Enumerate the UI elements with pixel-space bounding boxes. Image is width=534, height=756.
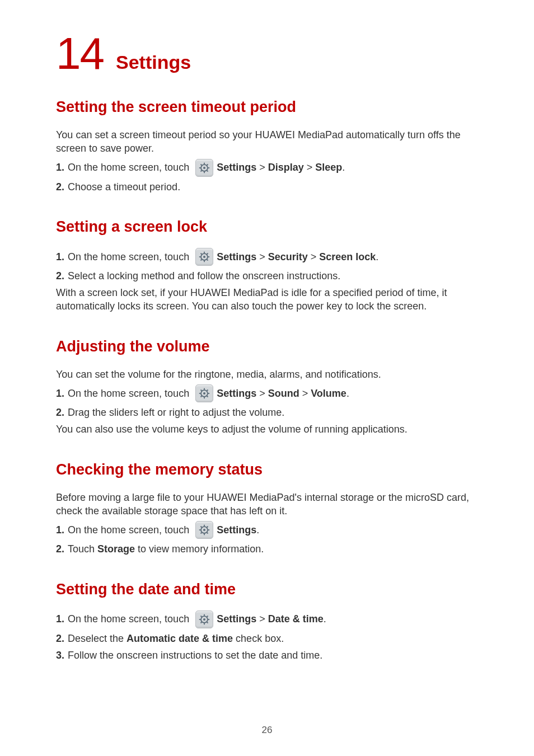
svg-point-11 [203, 256, 205, 258]
settings-icon [195, 521, 213, 539]
path-settings: Settings [217, 250, 256, 264]
svg-line-27 [207, 396, 208, 397]
svg-line-9 [207, 164, 208, 165]
svg-line-19 [207, 253, 208, 254]
step-text: Deselect the [68, 632, 127, 645]
svg-line-37 [207, 533, 208, 534]
volume-note: You can also use the volume keys to adju… [56, 422, 478, 436]
separator: > [256, 612, 268, 626]
section-heading-memory: Checking the memory status [56, 461, 478, 478]
path-settings: Settings [217, 612, 256, 626]
svg-point-41 [203, 618, 205, 621]
section-heading-volume: Adjusting the volume [56, 338, 478, 355]
svg-line-48 [201, 622, 202, 623]
step-text-tail: check box. [233, 632, 284, 645]
timeout-step-1: 1. On the home screen, touch Settings > … [56, 159, 478, 177]
step-number: 2. [56, 406, 64, 419]
svg-line-6 [201, 164, 202, 165]
path-display: Display [268, 161, 304, 174]
svg-point-1 [203, 167, 205, 169]
svg-line-17 [207, 259, 208, 260]
path-datetime: Date & time [268, 612, 324, 626]
lock-note: With a screen lock set, if your HUAWEI M… [56, 286, 478, 313]
step-text: Choose a timeout period. [68, 180, 180, 194]
chapter-heading: 14 Settings [56, 31, 478, 76]
step-text: On the home screen, touch [68, 523, 192, 537]
svg-line-26 [201, 390, 202, 391]
step-number: 3. [56, 649, 64, 662]
path-sleep: Sleep [315, 161, 342, 174]
svg-line-16 [201, 253, 202, 254]
step-text: Touch [68, 542, 97, 556]
volume-step-1: 1. On the home screen, touch Settings > … [56, 384, 478, 402]
step-number: 1. [56, 161, 64, 174]
step-number: 1. [56, 523, 64, 537]
path-settings: Settings [217, 387, 256, 400]
step-number: 1. [56, 387, 64, 400]
step-text: On the home screen, touch [68, 387, 192, 400]
section-heading-timeout: Setting the screen timeout period [56, 98, 478, 116]
svg-line-8 [201, 170, 202, 171]
path-volume: Volume [311, 387, 346, 400]
svg-line-36 [201, 527, 202, 528]
timeout-step-2: 2. Choose a timeout period. [56, 180, 478, 194]
path-screenlock: Screen lock [319, 250, 376, 264]
step-number: 2. [56, 269, 64, 283]
volume-step-2: 2. Drag the sliders left or right to adj… [56, 406, 478, 419]
volume-intro: You can set the volume for the ringtone,… [56, 368, 478, 381]
period: . [376, 250, 378, 264]
path-storage: Storage [97, 542, 135, 556]
period: . [342, 161, 345, 174]
chapter-title: Settings [116, 51, 191, 73]
separator: > [308, 250, 320, 264]
path-security: Security [268, 250, 308, 264]
section-heading-lock: Setting a screen lock [56, 218, 478, 236]
section-heading-datetime: Setting the date and time [56, 581, 478, 598]
path-settings: Settings [217, 523, 256, 537]
svg-line-38 [201, 533, 202, 534]
datetime-step-2: 2. Deselect the Automatic date & time ch… [56, 632, 478, 645]
datetime-step-1: 1. On the home screen, touch Settings > … [56, 611, 478, 628]
step-number: 1. [56, 250, 64, 264]
svg-line-39 [207, 527, 208, 528]
period: . [346, 387, 349, 400]
path-settings: Settings [217, 161, 256, 174]
svg-line-46 [201, 616, 202, 617]
period: . [324, 612, 326, 626]
svg-line-28 [201, 396, 202, 397]
memory-intro: Before moving a large file to your HUAWE… [56, 491, 478, 518]
step-text: On the home screen, touch [68, 161, 192, 174]
memory-step-1: 1. On the home screen, touch Settings . [56, 521, 478, 539]
datetime-step-3: 3. Follow the onscreen instructions to s… [56, 649, 478, 662]
step-text: Drag the sliders left or right to adjust… [68, 406, 284, 419]
page-number: 26 [0, 725, 534, 736]
svg-line-18 [201, 259, 202, 260]
svg-point-31 [203, 529, 205, 531]
step-text: Follow the onscreen instructions to set … [68, 649, 322, 662]
settings-icon [195, 248, 213, 266]
document-page: 14 Settings Setting the screen timeout p… [0, 0, 534, 756]
svg-point-21 [203, 392, 205, 395]
auto-date-time-label: Automatic date & time [127, 632, 233, 645]
separator: > [299, 387, 311, 400]
svg-line-7 [207, 170, 208, 171]
path-sound: Sound [268, 387, 299, 400]
settings-icon [195, 159, 213, 177]
chapter-number: 14 [56, 31, 104, 76]
step-text-tail: to view memory information. [135, 542, 264, 556]
lock-step-1: 1. On the home screen, touch Settings > … [56, 248, 478, 266]
memory-step-2: 2. Touch Storage to view memory informat… [56, 542, 478, 556]
step-text: Select a locking method and follow the o… [68, 269, 340, 283]
svg-line-49 [207, 616, 208, 617]
step-number: 1. [56, 612, 64, 626]
svg-line-29 [207, 390, 208, 391]
svg-line-47 [207, 622, 208, 623]
step-text: On the home screen, touch [68, 612, 192, 626]
separator: > [256, 161, 268, 174]
period: . [256, 523, 259, 537]
step-number: 2. [56, 542, 64, 556]
step-number: 2. [56, 180, 64, 194]
separator: > [304, 161, 316, 174]
step-text: On the home screen, touch [68, 250, 192, 264]
separator: > [256, 387, 268, 400]
